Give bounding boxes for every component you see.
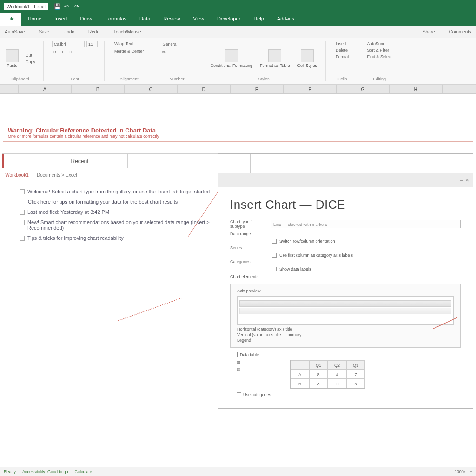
input-chart-type[interactable]: Line — stacked with markers xyxy=(271,220,461,228)
tab-help[interactable]: Help xyxy=(247,13,271,26)
mt-header xyxy=(291,360,309,370)
sub-share[interactable]: Share xyxy=(423,29,435,34)
checkbox-icon[interactable] xyxy=(272,253,277,258)
col-a[interactable]: A xyxy=(19,85,72,93)
percent-button[interactable]: % xyxy=(161,49,167,55)
field-chart-type: Chart type / subtype Line — stacked with… xyxy=(230,219,461,229)
delete-cells-button[interactable]: Delete xyxy=(334,47,349,53)
sort-filter-button[interactable]: Sort & Filter xyxy=(366,47,391,53)
checkbox-icon[interactable] xyxy=(237,392,241,397)
group-label-cells: Cells xyxy=(334,77,350,81)
left-pane-doc[interactable]: Workbook1 xyxy=(2,168,32,182)
checkbox-icon[interactable] xyxy=(272,239,277,244)
mt-cell[interactable]: 5 xyxy=(346,379,365,388)
paste-button[interactable]: Paste xyxy=(4,48,20,69)
tab-developer[interactable]: Developer xyxy=(211,13,247,26)
col-h[interactable]: H xyxy=(390,85,443,93)
checkbox-icon[interactable] xyxy=(20,236,25,241)
chart-elements-header: Chart elements xyxy=(230,274,461,279)
tab-review[interactable]: Review xyxy=(157,13,186,26)
font-size-select[interactable]: 11 xyxy=(86,41,98,47)
col-g[interactable]: G xyxy=(337,85,390,93)
comma-button[interactable]: , xyxy=(170,49,174,55)
autosum-button[interactable]: AutoSum xyxy=(366,41,386,46)
find-select-button[interactable]: Find & Select xyxy=(366,54,394,60)
sub-touch[interactable]: Touch/Mouse xyxy=(113,29,141,34)
mt-cell[interactable]: 4 xyxy=(328,370,346,379)
dialog-close-icon[interactable]: ✕ xyxy=(465,178,469,183)
status-accessibility: Accessibility: Good to go xyxy=(22,469,68,474)
zoom-level[interactable]: 100% xyxy=(455,469,465,474)
tab-data[interactable]: Data xyxy=(133,13,157,26)
zoom-in-button[interactable]: + xyxy=(470,469,472,474)
zoom-out-button[interactable]: – xyxy=(448,469,450,474)
document-title: Workbook1 - Excel xyxy=(4,3,48,10)
tab-view[interactable]: View xyxy=(186,13,211,26)
tab-draw[interactable]: Draw xyxy=(74,13,99,26)
underline-button[interactable]: U xyxy=(67,49,73,55)
mt-cell[interactable]: 3 xyxy=(309,379,328,388)
use-categories-check[interactable]: Use categories xyxy=(237,392,454,397)
checkbox-icon[interactable] xyxy=(20,220,25,225)
col-d[interactable]: D xyxy=(178,85,231,93)
column-headers: A B C D E F G H xyxy=(0,85,476,94)
col-f[interactable]: F xyxy=(284,85,337,93)
tab-formulas[interactable]: Formulas xyxy=(99,13,133,26)
cut-button[interactable]: Cut xyxy=(24,53,37,58)
spreadsheet-grid[interactable] xyxy=(0,94,476,122)
conditional-formatting-button[interactable]: Conditional Formatting xyxy=(209,48,255,69)
format-as-table-button[interactable]: Format as Table xyxy=(258,48,291,69)
col-b[interactable]: B xyxy=(72,85,125,93)
tab-addins[interactable]: Add-ins xyxy=(271,13,301,26)
number-format-select[interactable]: General xyxy=(161,41,193,47)
copy-button[interactable]: Copy xyxy=(24,59,37,65)
format-cells-button[interactable]: Format xyxy=(334,54,350,60)
mt-cell[interactable]: B xyxy=(291,379,309,388)
checkbox-icon[interactable] xyxy=(20,189,25,194)
tab-home[interactable]: Home xyxy=(21,13,48,26)
check-switch-rowcol[interactable]: Switch row/column orientation xyxy=(272,239,461,244)
insert-cells-button[interactable]: Insert xyxy=(334,41,348,46)
mt-cell[interactable]: 8 xyxy=(309,370,328,379)
check-first-column[interactable]: Use first column as category axis labels xyxy=(272,253,461,258)
sub-undo[interactable]: Undo xyxy=(63,29,74,34)
chart-preview xyxy=(237,296,454,325)
sub-save[interactable]: Save xyxy=(39,29,49,34)
group-label-number: Number xyxy=(161,77,193,81)
cell-styles-button[interactable]: Cell Styles xyxy=(295,48,319,69)
tab-file[interactable]: File xyxy=(0,13,21,26)
checkbox-icon[interactable] xyxy=(272,267,277,271)
sub-comments[interactable]: Comments xyxy=(449,29,471,34)
left-pane-tab-recent[interactable]: Recent xyxy=(32,154,128,168)
dialog-min-icon[interactable]: – xyxy=(460,178,463,183)
group-label-clipboard: Clipboard xyxy=(4,77,37,81)
list-item[interactable]: Last modified: Yesterday at 3:42 PM xyxy=(20,209,217,215)
mt-cell[interactable]: A xyxy=(291,370,309,379)
select-all-cell[interactable] xyxy=(0,85,19,93)
list-item[interactable]: Click here for tips on formatting your d… xyxy=(20,199,217,205)
list-item[interactable]: Welcome! Select a chart type from the ga… xyxy=(20,189,217,194)
legend-label: Legend xyxy=(237,338,454,343)
left-pane-tab-blank[interactable] xyxy=(128,154,224,168)
left-pane-corner xyxy=(2,154,32,168)
bold-button[interactable]: B xyxy=(52,49,58,55)
col-c[interactable]: C xyxy=(125,85,178,93)
save-icon[interactable]: 💾 xyxy=(54,3,60,10)
checkbox-icon[interactable] xyxy=(20,210,25,215)
undo-icon[interactable]: ↶ xyxy=(64,3,71,10)
redo-icon[interactable]: ↷ xyxy=(74,3,81,10)
font-name-select[interactable]: Calibri xyxy=(52,41,85,47)
mt-cell[interactable]: 7 xyxy=(346,370,365,379)
tab-insert[interactable]: Insert xyxy=(48,13,74,26)
check-data-labels[interactable]: Show data labels xyxy=(272,267,461,271)
merge-center-button[interactable]: Merge & Center xyxy=(113,48,145,54)
italic-button[interactable]: I xyxy=(60,49,65,55)
sub-redo[interactable]: Redo xyxy=(88,29,99,34)
list-item[interactable]: New! Smart chart recommendations based o… xyxy=(20,219,217,231)
wrap-text-button[interactable]: Wrap Text xyxy=(113,41,134,46)
ribbon-group-styles: Conditional Formatting Format as Table C… xyxy=(209,41,326,81)
sub-autosave[interactable]: AutoSave xyxy=(5,29,25,34)
list-item[interactable]: Tips & tricks for improving chart readab… xyxy=(20,235,217,241)
mt-cell[interactable]: 11 xyxy=(328,379,346,388)
col-e[interactable]: E xyxy=(231,85,284,93)
